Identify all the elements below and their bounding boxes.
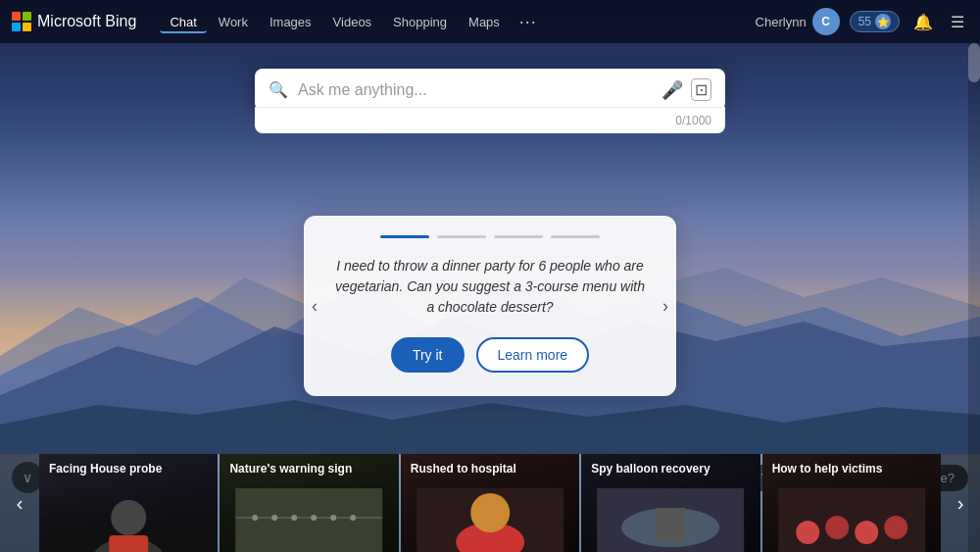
news-card-3[interactable]: Spy balloon recovery bbox=[581, 454, 760, 552]
nav-work[interactable]: Work bbox=[209, 11, 258, 33]
svg-point-23 bbox=[825, 516, 849, 539]
svg-rect-7 bbox=[236, 488, 383, 552]
user-name: Cherlynn bbox=[756, 15, 807, 29]
logo-red bbox=[12, 12, 21, 21]
news-card-1[interactable]: Nature's warning sign bbox=[220, 454, 398, 552]
svg-point-5 bbox=[111, 500, 146, 535]
nav-right: Cherlynn C 55 ⭐ 🔔 ☰ bbox=[756, 8, 968, 35]
points-badge[interactable]: 55 ⭐ bbox=[850, 11, 900, 32]
svg-point-13 bbox=[331, 515, 337, 521]
card-nav-right-button[interactable]: › bbox=[662, 296, 668, 317]
search-input[interactable] bbox=[298, 81, 652, 99]
svg-rect-6 bbox=[109, 535, 148, 552]
user-avatar: C bbox=[812, 8, 840, 35]
navbar: Microsoft Bing Chat Work Images Videos S… bbox=[0, 0, 980, 43]
nav-images[interactable]: Images bbox=[260, 11, 321, 33]
progress-dot-4 bbox=[551, 235, 600, 238]
news-card-title-4: How to help victims bbox=[772, 462, 931, 477]
nav-maps[interactable]: Maps bbox=[459, 11, 510, 33]
microphone-icon[interactable]: 🎤 bbox=[662, 79, 683, 101]
nav-videos[interactable]: Videos bbox=[323, 11, 382, 33]
scrollbar-thumb[interactable] bbox=[968, 43, 980, 82]
learn-more-button[interactable]: Learn more bbox=[476, 337, 590, 373]
svg-point-12 bbox=[312, 515, 318, 521]
logo-yellow bbox=[23, 23, 31, 31]
logo-green bbox=[23, 12, 31, 21]
nav-shopping[interactable]: Shopping bbox=[383, 11, 457, 33]
svg-point-10 bbox=[272, 515, 278, 521]
svg-point-22 bbox=[796, 521, 819, 544]
svg-rect-20 bbox=[656, 508, 685, 542]
nav-more-dots[interactable]: ··· bbox=[512, 8, 545, 36]
nav-chat[interactable]: Chat bbox=[160, 11, 206, 33]
menu-icon[interactable]: ☰ bbox=[947, 9, 968, 35]
suggestion-actions: Try it Learn more bbox=[333, 337, 647, 373]
logo-blue bbox=[12, 23, 21, 31]
logo-area[interactable]: Microsoft Bing bbox=[12, 12, 136, 31]
news-card-title-1: Nature's warning sign bbox=[229, 462, 388, 477]
news-card-4[interactable]: How to help victims bbox=[762, 454, 941, 552]
bing-logo-text: Microsoft Bing bbox=[37, 13, 136, 30]
svg-point-11 bbox=[292, 515, 298, 521]
svg-point-9 bbox=[253, 515, 259, 521]
search-box: 🔍 🎤 ⊡ bbox=[255, 69, 725, 111]
news-strip: ‹ Facing House probe Nature's warning si… bbox=[0, 454, 980, 552]
suggestion-text: I need to throw a dinner party for 6 peo… bbox=[333, 256, 647, 318]
news-card-0[interactable]: Facing House probe bbox=[39, 454, 218, 552]
news-card-title-2: Rushed to hospital bbox=[411, 462, 569, 477]
search-container: 🔍 🎤 ⊡ 0/1000 bbox=[255, 69, 725, 133]
svg-point-17 bbox=[470, 493, 510, 532]
news-prev-button[interactable]: ‹ bbox=[0, 454, 39, 552]
news-card-image-3 bbox=[581, 488, 760, 552]
try-it-button[interactable]: Try it bbox=[391, 337, 465, 373]
progress-dot-2 bbox=[437, 235, 486, 238]
progress-dot-1 bbox=[380, 235, 429, 238]
news-card-image-4 bbox=[762, 488, 941, 552]
suggestion-card: ‹ › I need to throw a dinner party for 6… bbox=[304, 216, 676, 396]
microsoft-logo bbox=[12, 12, 31, 31]
nav-links: Chat Work Images Videos Shopping Maps ··… bbox=[160, 8, 751, 36]
progress-indicator bbox=[333, 235, 647, 238]
svg-point-14 bbox=[351, 515, 357, 521]
search-icon: 🔍 bbox=[269, 80, 288, 99]
search-char-count: 0/1000 bbox=[255, 107, 725, 133]
news-cards: Facing House probe Nature's warning sign bbox=[39, 454, 941, 552]
reward-icon: ⭐ bbox=[875, 14, 891, 29]
char-count-label: 0/1000 bbox=[675, 114, 711, 127]
svg-point-24 bbox=[855, 521, 878, 544]
points-value: 55 bbox=[858, 15, 871, 28]
scrollbar[interactable] bbox=[968, 43, 980, 552]
notifications-icon[interactable]: 🔔 bbox=[909, 9, 937, 35]
news-card-2[interactable]: Rushed to hospital bbox=[401, 454, 579, 552]
svg-point-25 bbox=[884, 516, 907, 539]
news-card-title-0: Facing House probe bbox=[49, 462, 208, 477]
news-card-title-3: Spy balloon recovery bbox=[591, 462, 750, 477]
user-area[interactable]: Cherlynn C bbox=[756, 8, 840, 35]
news-card-image-2 bbox=[401, 488, 579, 552]
progress-dot-3 bbox=[494, 235, 543, 238]
news-card-image-1 bbox=[220, 488, 398, 552]
news-card-image-0 bbox=[39, 488, 218, 552]
card-nav-left-button[interactable]: ‹ bbox=[312, 296, 318, 317]
camera-search-icon[interactable]: ⊡ bbox=[691, 78, 711, 101]
search-actions: 🎤 ⊡ bbox=[662, 78, 711, 101]
